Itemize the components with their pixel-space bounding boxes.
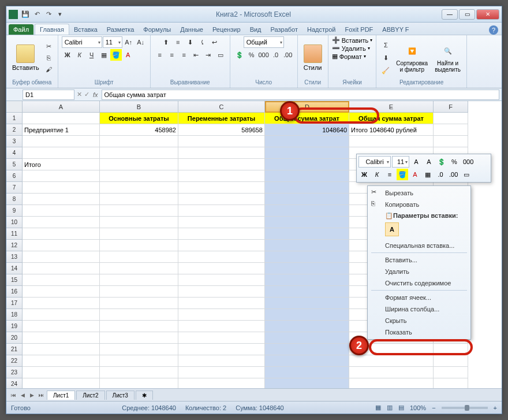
cell-D4[interactable]: [265, 147, 349, 159]
row-20[interactable]: 20: [6, 332, 23, 344]
align-top-icon[interactable]: ⬆: [160, 36, 171, 48]
copy-icon[interactable]: ⎘: [44, 53, 54, 63]
cell-B22[interactable]: [100, 355, 178, 367]
cell-A7[interactable]: [23, 182, 100, 194]
cell-C19[interactable]: [178, 321, 265, 332]
cell-D23[interactable]: [265, 367, 349, 378]
row-3[interactable]: 3: [6, 136, 23, 147]
cell-D8[interactable]: [265, 194, 349, 205]
tab-insert[interactable]: Вставка: [69, 24, 102, 35]
percent-icon[interactable]: %: [246, 49, 257, 61]
mini-italic[interactable]: К: [371, 169, 383, 180]
cell-A19[interactable]: [23, 321, 100, 332]
ctx-cut[interactable]: ✂Вырезать: [369, 187, 469, 199]
row-1[interactable]: 1: [6, 113, 23, 124]
cell-D22[interactable]: [265, 355, 349, 367]
enter-fx-icon[interactable]: ✓: [84, 91, 89, 98]
cell-E24[interactable]: [349, 378, 434, 388]
tab-review[interactable]: Рецензир: [208, 24, 245, 35]
formula-bar[interactable]: Общая сумма затрат: [102, 90, 499, 100]
save-icon[interactable]: 💾: [20, 9, 31, 20]
cell-C3[interactable]: [178, 136, 265, 147]
cell-C10[interactable]: [178, 217, 265, 228]
row-21[interactable]: 21: [6, 344, 23, 355]
close-button[interactable]: ✕: [476, 9, 499, 20]
cell-D9[interactable]: [265, 205, 349, 217]
currency-icon[interactable]: 💲: [234, 49, 245, 61]
align-mid-icon[interactable]: ≡: [172, 36, 184, 48]
cell-A13[interactable]: [23, 251, 100, 263]
row-13[interactable]: 13: [6, 251, 23, 263]
row-11[interactable]: 11: [6, 228, 23, 240]
maximize-button[interactable]: ▭: [459, 9, 475, 20]
shrink-font-icon[interactable]: A↓: [135, 36, 147, 48]
cell-C9[interactable]: [178, 205, 265, 217]
cell-D21[interactable]: [265, 344, 349, 355]
cell-D3[interactable]: [265, 136, 349, 147]
cell-D19[interactable]: [265, 321, 349, 332]
font-size[interactable]: 11: [103, 36, 122, 48]
comma-icon[interactable]: 000: [258, 49, 270, 61]
tab-layout[interactable]: Разметка: [102, 24, 139, 35]
cell-F1[interactable]: [434, 113, 468, 124]
cell-D18[interactable]: [265, 309, 349, 321]
cell-D17[interactable]: [265, 298, 349, 309]
row-14[interactable]: 14: [6, 263, 23, 274]
cell-B3[interactable]: [100, 136, 178, 147]
cell-B15[interactable]: [100, 274, 178, 286]
merge-icon[interactable]: ▭: [215, 49, 226, 61]
cell-A9[interactable]: [23, 205, 100, 217]
align-center-icon[interactable]: ≡: [166, 49, 178, 61]
cell-A20[interactable]: [23, 332, 100, 344]
cell-D10[interactable]: [265, 217, 349, 228]
styles-button[interactable]: Стили: [301, 43, 324, 72]
tab-dev[interactable]: Разработ: [266, 24, 302, 35]
wrap-icon[interactable]: ↩: [208, 36, 220, 48]
cell-D12[interactable]: [265, 240, 349, 251]
cell-C6[interactable]: [178, 170, 265, 182]
row-4[interactable]: 4: [6, 147, 23, 159]
cell-B16[interactable]: [100, 286, 178, 298]
cell-B10[interactable]: [100, 217, 178, 228]
sheet-first-icon[interactable]: ⏮: [9, 391, 18, 400]
row-22[interactable]: 22: [6, 355, 23, 367]
cell-B2[interactable]: 458982: [100, 124, 178, 136]
mini-border-icon[interactable]: ▦: [422, 169, 434, 180]
col-A[interactable]: A: [23, 101, 100, 113]
cells-delete[interactable]: ➖Удалить▾: [332, 44, 370, 52]
indent-inc-icon[interactable]: ⇥: [203, 49, 214, 61]
cell-C1[interactable]: Переменные затраты: [178, 113, 265, 124]
underline-button[interactable]: Ч: [86, 49, 98, 61]
cell-F23[interactable]: [434, 367, 468, 378]
ctx-delete[interactable]: Удалить: [369, 266, 469, 277]
cell-F3[interactable]: [434, 136, 468, 147]
row-18[interactable]: 18: [6, 309, 23, 321]
mini-dec-dec-icon[interactable]: .00: [447, 169, 460, 180]
cell-C4[interactable]: [178, 147, 265, 159]
cell-A6[interactable]: [23, 170, 100, 182]
cell-C23[interactable]: [178, 367, 265, 378]
cell-A15[interactable]: [23, 274, 100, 286]
mini-currency-icon[interactable]: 💲: [436, 156, 447, 168]
cell-C22[interactable]: [178, 355, 265, 367]
sheet-last-icon[interactable]: ⏭: [36, 391, 46, 400]
cell-A3[interactable]: [23, 136, 100, 147]
cells-format[interactable]: ▦Формат▾: [332, 53, 366, 60]
cell-B24[interactable]: [100, 378, 178, 388]
row-7[interactable]: 7: [6, 182, 23, 194]
cell-B23[interactable]: [100, 367, 178, 378]
select-all[interactable]: [6, 101, 23, 113]
cell-C8[interactable]: [178, 194, 265, 205]
view-normal-icon[interactable]: ▦: [375, 404, 381, 411]
col-E[interactable]: E: [349, 101, 434, 113]
ctx-clear[interactable]: Очистить содержимое: [369, 277, 469, 289]
cell-F2[interactable]: [434, 124, 468, 136]
cell-A23[interactable]: [23, 367, 100, 378]
mini-merge-icon[interactable]: ▭: [461, 169, 472, 180]
mini-grow-icon[interactable]: A: [410, 156, 422, 168]
mini-fontcolor-icon[interactable]: A: [409, 169, 421, 180]
mini-align-icon[interactable]: ≡: [384, 169, 395, 180]
fill-color-icon[interactable]: 🪣: [110, 49, 122, 61]
row-16[interactable]: 16: [6, 286, 23, 298]
cell-B20[interactable]: [100, 332, 178, 344]
